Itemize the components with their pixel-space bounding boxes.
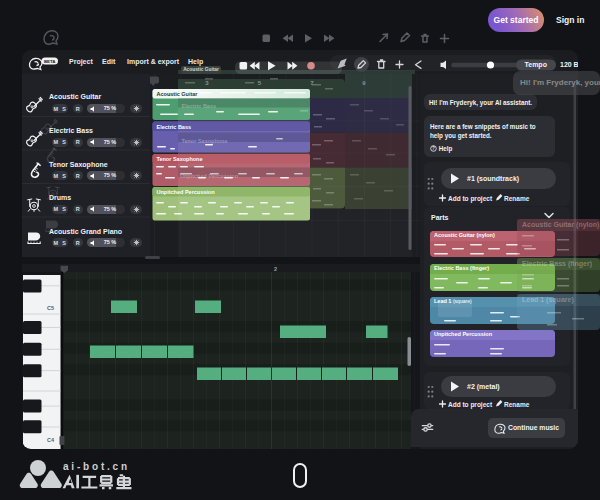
- svg-text:Parts: Parts: [431, 214, 449, 221]
- svg-text:C4: C4: [47, 437, 55, 443]
- svg-text:Electric Bass: Electric Bass: [182, 103, 217, 109]
- svg-text:Rename: Rename: [504, 195, 530, 202]
- svg-text:#2 (metal): #2 (metal): [467, 383, 500, 391]
- svg-text:Tenor Saxophone: Tenor Saxophone: [182, 138, 228, 144]
- svg-text:Add to project: Add to project: [448, 195, 493, 203]
- svg-text:Add to project: Add to project: [448, 401, 493, 409]
- svg-text:120 BPM: 120 BPM: [560, 61, 578, 68]
- svg-text:2: 2: [274, 266, 277, 272]
- svg-text:Rename: Rename: [504, 401, 530, 408]
- svg-text:C5: C5: [47, 305, 54, 311]
- svg-text:#1 (soundtrack): #1 (soundtrack): [467, 175, 519, 183]
- svg-text:BETA: BETA: [44, 59, 56, 64]
- svg-text:Tempo: Tempo: [525, 61, 547, 69]
- svg-text:Unpitched Percussion: Unpitched Percussion: [180, 173, 239, 179]
